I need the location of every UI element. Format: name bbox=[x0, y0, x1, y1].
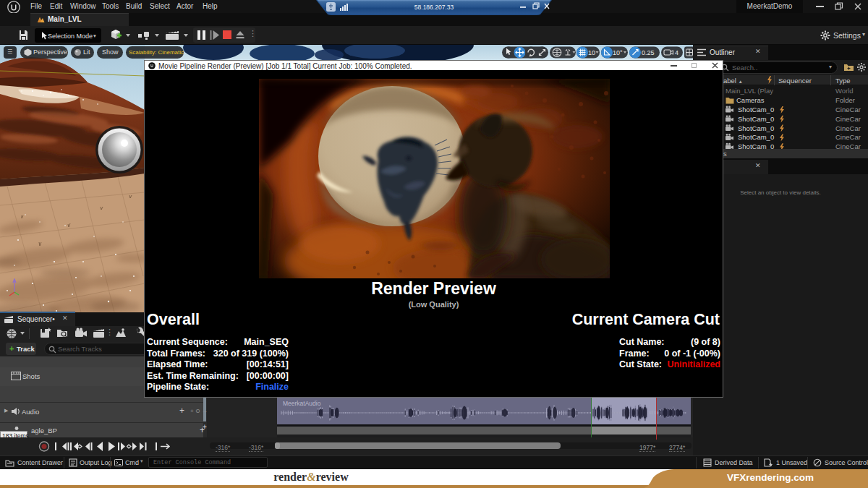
svg-text:10°: 10° bbox=[613, 49, 623, 56]
svg-text:58.186.207.33: 58.186.207.33 bbox=[414, 4, 454, 11]
svg-text:0.25: 0.25 bbox=[642, 49, 655, 56]
svg-text:10: 10 bbox=[588, 49, 595, 56]
svg-text:4: 4 bbox=[675, 49, 678, 56]
